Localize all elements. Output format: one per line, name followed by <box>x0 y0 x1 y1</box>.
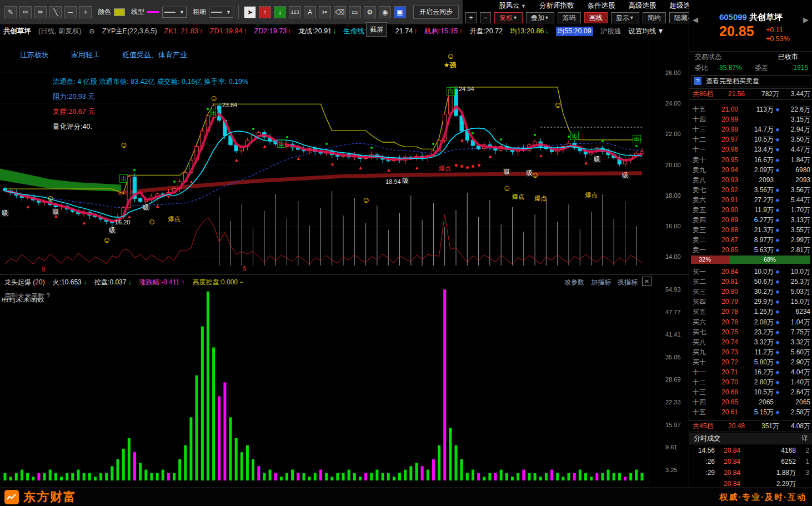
color-swatch[interactable] <box>114 8 125 16</box>
screenshot-button[interactable]: 截屏 <box>366 22 387 37</box>
orderbook-row[interactable]: 买一20.8410.0万◆10.0万 <box>689 267 812 277</box>
close-icon[interactable]: ✕ <box>642 277 651 286</box>
eraser-icon[interactable]: ⌫ <box>334 6 346 18</box>
text-tool-icon[interactable]: A <box>304 6 316 18</box>
level-label: 买五 <box>693 307 709 317</box>
menu-item-高级选股[interactable]: 高级选股 <box>628 1 656 11</box>
indicator-link-加指标[interactable]: 加指标 <box>591 278 611 287</box>
orderbook-row[interactable]: 十一20.7116.2万◆4.04万 <box>689 367 812 377</box>
summary-volume: 782万 <box>745 89 779 99</box>
linetype-dropdown[interactable]: ▼ <box>162 7 187 18</box>
trash-icon[interactable]: ▭ <box>349 6 361 18</box>
cloud-sync-button[interactable]: 开启云同步 <box>413 6 459 19</box>
full-depth-button[interactable]: ? 查看完整档买卖盘 <box>691 75 810 87</box>
hline-icon[interactable]: ─ <box>64 6 77 18</box>
linetype-sample[interactable] <box>147 11 159 13</box>
level-volume: 113万 <box>738 104 774 114</box>
summary-price: 20.48 <box>719 421 745 432</box>
menu-item-股风云[interactable]: 股风云 ▼ <box>499 1 526 11</box>
orderbook-row[interactable]: 买四20.7929.9万◆15.0万 <box>689 297 812 307</box>
orderbook-row[interactable]: 十二20.9710.5万◆3.50万 <box>689 134 812 144</box>
orderbook-row[interactable]: 十一20.9613.4万◆4.47万 <box>689 144 812 154</box>
level-volume2: 3.13万 <box>781 215 810 225</box>
orderbook-row[interactable]: 买二20.8150.6万◆25.3万 <box>689 277 812 287</box>
tick-trade-row[interactable]: 14:5620.8441682 <box>689 445 812 456</box>
orderbook-row[interactable]: 买五20.781.25万◆6234 <box>689 307 812 317</box>
orderbook-row[interactable]: 十四20.6520652065 <box>689 397 812 407</box>
level-volume: 16.2万 <box>738 367 774 377</box>
summary-volume2: 3.44万 <box>779 89 810 99</box>
summary-volume2: 4.08万 <box>779 421 810 432</box>
main-candlestick-chart[interactable]: 江苏板块家用轻工贬值受益、体育产业 流通盘: 4 亿股 流通市值: 83.42亿… <box>0 37 649 274</box>
orderbook-row[interactable]: 卖七20.923.56万◆3.56万 <box>689 185 812 195</box>
orderbook-row[interactable]: 十三20.6810.5万◆2.64万 <box>689 387 812 397</box>
orderbook-row[interactable]: 十二20.702.80万◆1.40万 <box>689 377 812 387</box>
orderbook-row[interactable]: 买六20.762.08万◆1.04万 <box>689 317 812 327</box>
brush-icon[interactable]: ✏ <box>34 6 47 18</box>
concept-tag[interactable]: 贬值受益、体育产业 <box>122 50 187 60</box>
chart-button-叠加[interactable]: 叠加 ▼ <box>526 12 554 23</box>
arrow-up-icon[interactable]: ↑ <box>259 6 271 18</box>
info-segment[interactable]: 沪股通 <box>600 27 621 36</box>
orderbook-row[interactable]: 卖八20.9320932093 <box>689 175 812 185</box>
level-label: 买十 <box>693 357 709 367</box>
orderbook-row[interactable]: 十三20.9814.7万◆2.94万 <box>689 124 812 134</box>
info-segment[interactable]: 设置均线▼ <box>628 27 664 36</box>
orderbook-row[interactable]: 十五21.00113万◆22.6万 <box>689 104 812 114</box>
orderbook-row[interactable]: 卖六20.9127.2万◆5.44万 <box>689 195 812 205</box>
menu-item-分析师指数[interactable]: 分析师指数 <box>539 1 574 11</box>
orderbook-row[interactable]: 卖三20.8821.3万◆3.55万 <box>689 225 812 235</box>
level-price: 20.71 <box>709 367 738 377</box>
level-volume2: 1.84万 <box>781 155 810 165</box>
menu-item-条件选股[interactable]: 条件选股 <box>587 1 615 11</box>
diamond-icon: ◆ <box>774 317 781 327</box>
indicator-link-改参数[interactable]: 改参数 <box>564 278 584 287</box>
pencil-icon[interactable]: ✎ <box>4 6 17 18</box>
chart-button-显示[interactable]: 显示 ▼ <box>611 12 639 23</box>
arrow-down-icon[interactable]: ↓ <box>274 6 286 18</box>
concept-tag[interactable]: 家用轻工 <box>71 50 100 60</box>
orderbook-row[interactable]: 十五20.615.15万◆2.58万 <box>689 407 812 417</box>
tick-trade-row[interactable]: 20.842.29万 <box>689 478 812 487</box>
orderbook-row[interactable]: 卖一20.855.63万◆2.81万 <box>689 245 812 255</box>
panel-divider[interactable] <box>0 274 689 275</box>
tick-trades-more-link[interactable]: 详 <box>801 433 808 444</box>
chart-button-筹码[interactable]: 筹码 <box>558 12 581 23</box>
pen-icon[interactable]: ✑ <box>19 6 32 18</box>
trendline-icon[interactable]: ╲ <box>49 6 62 18</box>
cross-icon[interactable]: ＋ <box>79 6 92 18</box>
orderbook-row[interactable]: 买三20.8030.2万◆5.03万 <box>689 287 812 297</box>
screenshot-tool-icon[interactable]: ▣ <box>394 6 406 18</box>
numbers-icon[interactable]: 123 <box>289 6 301 18</box>
lower-indicator-canvas[interactable] <box>0 288 647 484</box>
tick-trade-row[interactable]: :2620.8462521 <box>689 456 812 467</box>
orderbook-row[interactable]: 买八20.743.32万◆3.32万 <box>689 337 812 347</box>
orderbook-row[interactable]: 卖四20.896.27万◆3.13万 <box>689 215 812 225</box>
indicator-link-换指标[interactable]: 换指标 <box>618 278 638 287</box>
gear-icon[interactable]: ⚙ <box>364 6 376 18</box>
eye-icon[interactable]: ◉ <box>379 6 391 18</box>
orderbook-row[interactable]: 买十20.725.80万◆2.90万 <box>689 357 812 367</box>
chart-button-+[interactable]: + <box>465 12 477 23</box>
thickness-dropdown[interactable]: ▼ <box>209 7 233 18</box>
orderbook-row[interactable]: 买九20.7311.2万◆5.60万 <box>689 347 812 357</box>
chart-button-画线[interactable]: 画线 <box>584 12 608 23</box>
level-volume2: 3.55万 <box>781 225 810 235</box>
measure-icon[interactable]: ✂ <box>319 6 331 18</box>
orderbook-row[interactable]: 卖二20.878.97万◆2.99万 <box>689 235 812 245</box>
tick-trade-row[interactable]: :2920.841.88万3 <box>689 467 812 478</box>
chart-button-简约[interactable]: 简约 <box>643 12 666 23</box>
question-icon: ? <box>694 77 701 85</box>
chart-button-−[interactable]: − <box>480 12 491 23</box>
level-volume2: 2.99万 <box>781 235 810 245</box>
orderbook-row[interactable]: 卖九20.942.09万◆6980 <box>689 165 812 175</box>
orderbook-row[interactable]: 十四20.993.15万 <box>689 114 812 124</box>
orderbook-row[interactable]: 卖五20.9011.9万◆1.70万 <box>689 205 812 215</box>
weibi-row: 委比 -35.87% 委差 -1915 <box>689 63 812 73</box>
stock-code: 605099 <box>719 12 747 22</box>
orderbook-row[interactable]: 买七20.7523.2万◆7.75万 <box>689 327 812 337</box>
cursor-icon[interactable]: ➤ <box>244 6 256 18</box>
orderbook-row[interactable]: 卖十20.9516.6万◆1.84万 <box>689 154 812 164</box>
concept-tag[interactable]: 江苏板块 <box>20 50 49 60</box>
chart-button-复权[interactable]: 复权 ▼ <box>494 12 523 23</box>
